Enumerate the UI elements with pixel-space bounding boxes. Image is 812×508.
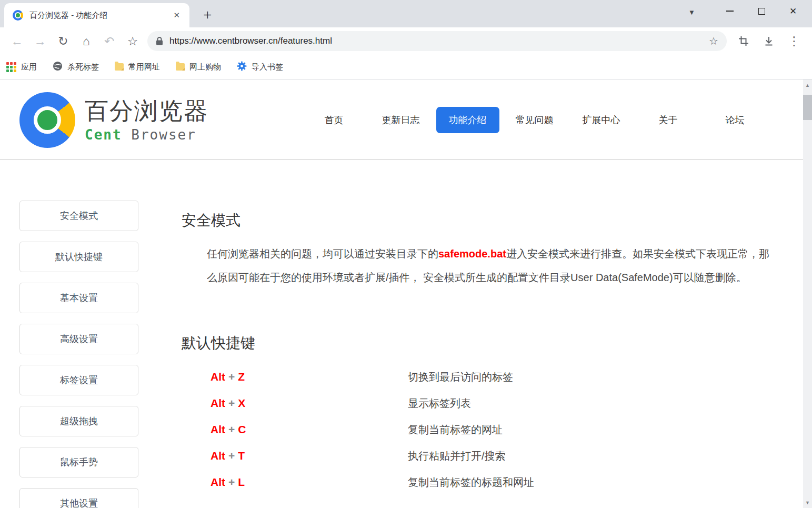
close-window-button[interactable]: ✕ xyxy=(777,1,809,21)
nav-item-features[interactable]: 功能介绍 xyxy=(434,106,501,134)
sidebar-item-tab-settings[interactable]: 标签设置 xyxy=(19,365,138,395)
shortcut-desc: 复制当前标签的标题和网址 xyxy=(408,475,534,490)
bookmark-label: 常用网址 xyxy=(128,62,160,72)
bookmark-star-icon[interactable]: ☆ xyxy=(709,35,718,47)
tab-list-dropdown-icon[interactable]: ▼ xyxy=(688,8,695,16)
shortcut-row: Alt+T 执行粘贴并打开/搜索 xyxy=(182,443,784,469)
nav-item-faq[interactable]: 常见问题 xyxy=(501,106,568,134)
gear-icon xyxy=(237,61,247,73)
shortcut-desc: 切换到最后访问的标签 xyxy=(408,370,513,384)
minimize-icon xyxy=(726,11,734,12)
bookmark-label: 导入书签 xyxy=(252,62,283,72)
maximize-button[interactable] xyxy=(746,1,777,21)
safemode-paragraph: 任何浏览器相关的问题，均可以通过安装目录下的safemode.bat进入安全模式… xyxy=(207,242,778,290)
lock-icon[interactable] xyxy=(156,36,163,46)
logo-title: 百分浏览器 xyxy=(85,97,208,125)
shortcut-row: Alt+Z 切换到最后访问的标签 xyxy=(182,364,784,390)
logo-subtitle: Cent Browser xyxy=(85,127,208,143)
shortcut-desc: 执行粘贴并打开/搜索 xyxy=(408,449,506,463)
bookmark-folder-shopping[interactable]: 网上购物 xyxy=(176,62,221,72)
browser-toolbar: ← → ↻ ⌂ ↶ ☆ https://www.centbrowser.cn/f… xyxy=(0,27,812,55)
centbrowser-logo-icon xyxy=(19,92,75,148)
feature-sidebar: 安全模式 默认快捷键 基本设置 高级设置 标签设置 超级拖拽 鼠标手势 其他设置 xyxy=(19,201,138,508)
bookmarks-bar: 应用 杀死标签 常用网址 网上购物 xyxy=(0,55,812,79)
logo-subtitle-browser: Browser xyxy=(131,127,196,143)
shortcut-desc: 复制当前标签的网址 xyxy=(408,423,503,437)
shortcut-row: Alt+L 复制当前标签的标题和网址 xyxy=(182,469,784,495)
bookmark-label: 应用 xyxy=(21,62,37,72)
section-heading-shortcuts: 默认快捷键 xyxy=(182,333,784,353)
sidebar-item-basic-settings[interactable]: 基本设置 xyxy=(19,283,138,313)
globe-icon xyxy=(53,61,63,73)
reload-icon[interactable]: ↻ xyxy=(52,30,75,52)
nav-item-about[interactable]: 关于 xyxy=(635,106,701,134)
mouse-gesture-star-icon[interactable]: ☆ xyxy=(121,30,144,52)
shortcut-list: Alt+Z 切换到最后访问的标签 Alt+X 显示标签列表 Alt+C 复制当前… xyxy=(182,364,784,495)
centbrowser-favicon-icon xyxy=(13,10,23,21)
download-icon[interactable] xyxy=(756,30,781,52)
folder-icon xyxy=(115,63,124,71)
shortcut-key: Alt+Z xyxy=(182,371,408,383)
maximize-icon xyxy=(758,8,765,15)
nav-item-extensions[interactable]: 扩展中心 xyxy=(568,106,635,134)
bookmark-label: 杀死标签 xyxy=(67,62,99,72)
screenshot-crop-icon[interactable] xyxy=(731,30,756,52)
bookmark-kill-tab[interactable]: 杀死标签 xyxy=(53,61,99,73)
sidebar-item-mouse-gesture[interactable]: 鼠标手势 xyxy=(19,447,138,477)
tab-close-icon[interactable]: ✕ xyxy=(170,9,183,21)
site-nav: 首页 更新日志 功能介绍 常见问题 扩展中心 关于 论坛 xyxy=(300,106,768,134)
bookmark-folder-common-sites[interactable]: 常用网址 xyxy=(115,62,160,72)
shortcut-key: Alt+T xyxy=(182,450,408,462)
url-text: https://www.centbrowser.cn/features.html xyxy=(169,36,709,46)
logo-text: 百分浏览器 Cent Browser xyxy=(85,97,208,143)
nav-item-forum[interactable]: 论坛 xyxy=(701,106,768,134)
shortcut-desc: 显示标签列表 xyxy=(408,396,471,411)
page-content: 安全模式 默认快捷键 基本设置 高级设置 标签设置 超级拖拽 鼠标手势 其他设置… xyxy=(0,160,812,508)
address-bar[interactable]: https://www.centbrowser.cn/features.html… xyxy=(147,31,727,51)
shortcut-row: Alt+X 显示标签列表 xyxy=(182,390,784,416)
bookmark-import[interactable]: 导入书签 xyxy=(237,61,283,73)
tab-strip: 百分浏览器 - 功能介绍 ✕ ＋ ▼ ✕ xyxy=(0,0,812,27)
scrollbar-thumb[interactable] xyxy=(803,95,812,120)
sidebar-item-super-drag[interactable]: 超级拖拽 xyxy=(19,406,138,436)
scroll-up-icon[interactable]: ▲ xyxy=(803,81,812,89)
menu-dots-icon[interactable]: ⋮ xyxy=(781,30,807,52)
safemode-text-before: 任何浏览器相关的问题，均可以通过安装目录下的 xyxy=(207,248,438,260)
sidebar-item-other-settings[interactable]: 其他设置 xyxy=(19,488,138,508)
minimize-button[interactable] xyxy=(714,1,746,21)
shortcut-key: Alt+L xyxy=(182,476,408,489)
new-tab-button[interactable]: ＋ xyxy=(198,5,217,23)
window-controls: ✕ xyxy=(714,1,809,21)
nav-item-home[interactable]: 首页 xyxy=(300,106,367,134)
bookmark-apps[interactable]: 应用 xyxy=(6,62,37,72)
apps-grid-icon xyxy=(6,62,16,72)
scroll-down-icon[interactable]: ▼ xyxy=(803,498,812,507)
site-header: 百分浏览器 Cent Browser 首页 更新日志 功能介绍 常见问题 扩展中… xyxy=(0,79,812,160)
sidebar-item-safemode[interactable]: 安全模式 xyxy=(19,201,138,231)
main-article: 安全模式 任何浏览器相关的问题，均可以通过安装目录下的safemode.bat进… xyxy=(182,160,784,495)
shortcut-row: Alt+C 复制当前标签的网址 xyxy=(182,416,784,443)
shortcut-key: Alt+C xyxy=(182,423,408,436)
sidebar-item-advanced-settings[interactable]: 高级设置 xyxy=(19,324,138,354)
active-tab[interactable]: 百分浏览器 - 功能介绍 ✕ xyxy=(4,3,189,27)
back-icon[interactable]: ← xyxy=(5,30,28,52)
folder-icon xyxy=(176,63,185,71)
forward-icon[interactable]: → xyxy=(28,30,52,52)
shortcut-key: Alt+X xyxy=(182,397,408,410)
browser-window: 百分浏览器 - 功能介绍 ✕ ＋ ▼ ✕ ← → ↻ ⌂ ↶ ☆ https:/… xyxy=(0,0,812,508)
bookmark-label: 网上购物 xyxy=(189,62,221,72)
nav-item-changelog[interactable]: 更新日志 xyxy=(367,106,434,134)
logo-subtitle-cent: Cent xyxy=(85,127,122,143)
undo-icon[interactable]: ↶ xyxy=(98,30,121,52)
section-heading-safemode: 安全模式 xyxy=(182,211,784,231)
safemode-highlight: safemode.bat xyxy=(438,248,506,260)
home-icon[interactable]: ⌂ xyxy=(75,30,98,52)
page-scrollbar[interactable]: ▲ ▼ xyxy=(803,79,812,508)
sidebar-item-shortcuts[interactable]: 默认快捷键 xyxy=(19,242,138,272)
tab-title: 百分浏览器 - 功能介绍 xyxy=(29,11,170,21)
site-logo[interactable]: 百分浏览器 Cent Browser xyxy=(19,92,208,148)
toolbar-right: ⋮ xyxy=(731,30,807,52)
